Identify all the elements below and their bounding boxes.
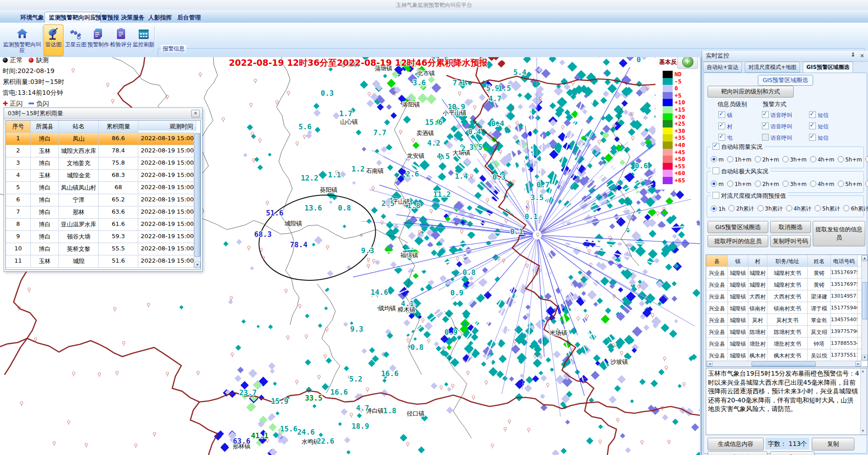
radio-option[interactable]: 5h累计 xyxy=(815,205,840,213)
scroll-up-icon[interactable]: ▲ xyxy=(862,369,864,374)
panel-tab-2[interactable]: 对流尺度模式+地图 xyxy=(745,62,800,73)
panel-tab-1[interactable]: 自动站+雷达 xyxy=(703,62,742,73)
scroll-hthumb[interactable] xyxy=(752,362,816,367)
table-row[interactable]: 1博白凤山86.62022-08-19 15:00 xyxy=(6,133,200,145)
contact-row[interactable]: 兴业县城隍镇莫村莫村支书覃金乾134575405 xyxy=(706,314,868,326)
radio-option[interactable]: 4h+m xyxy=(810,181,834,187)
toolbar-button-document[interactable]: 预警制作 xyxy=(86,24,111,56)
copy-numbers-button[interactable]: 复制呼叫号码 xyxy=(770,235,811,247)
gis-circle-button[interactable]: GIS预警区域圈选 xyxy=(708,221,768,233)
column-header[interactable]: 县 xyxy=(706,255,728,266)
contact-row[interactable]: 兴业县城隍镇塘肚村塘肚村支书钟塔137885534 xyxy=(706,338,868,349)
table-row[interactable]: 2玉林城隍大西水库78.42022-08-19 15:00 xyxy=(6,145,200,157)
group-checkbox[interactable] xyxy=(713,143,719,150)
warning-message-textarea[interactable]: 玉林市气象台19日5时15分发布暴雨橙色预警信号：4时以来兴业县城隍大西水库已出… xyxy=(706,368,867,435)
radio-option[interactable]: 4h+m xyxy=(810,156,834,163)
table-row[interactable]: 4玉林城隍金党68.32022-08-19 15:00 xyxy=(6,170,200,182)
level-checkbox-村[interactable]: 村 xyxy=(718,122,732,131)
message-vscrollbar[interactable]: ▲▼ xyxy=(860,368,867,435)
column-header[interactable]: 职务/地址 xyxy=(767,255,808,266)
voice-call-checkbox[interactable]: 语音呼叫 xyxy=(762,122,792,131)
contact-hscrollbar[interactable]: ◄► xyxy=(706,361,862,367)
radio-option[interactable]: 3h+m xyxy=(782,181,807,187)
level-checkbox-屯[interactable]: 屯 xyxy=(718,134,732,142)
column-header[interactable]: 所属县 xyxy=(31,121,59,132)
scroll-right-icon[interactable]: ► xyxy=(855,361,861,367)
rain-table-window[interactable]: 03时~15时累积雨量 ✕ 序号所属县站名累积雨量观测时间1博白凤山86.620… xyxy=(4,108,203,272)
pin-icon[interactable] xyxy=(849,52,857,59)
group-checkbox[interactable] xyxy=(713,167,719,174)
column-header[interactable]: 电话号码 xyxy=(831,255,858,266)
radio-option[interactable]: 1h+m xyxy=(727,181,752,187)
radio-option[interactable]: 4h累计 xyxy=(786,205,811,213)
column-header[interactable]: 序号 xyxy=(6,121,31,132)
scroll-up-icon[interactable]: ▲ xyxy=(862,255,868,261)
column-header[interactable]: 观测时间 xyxy=(138,121,196,131)
menu-tab-5[interactable]: 人影指挥 xyxy=(144,12,176,23)
sms-checkbox[interactable]: 短信 xyxy=(809,122,829,131)
map-zoom-button[interactable]: + xyxy=(677,57,698,69)
table-row[interactable]: 3博白文地姜充75.82022-08-19 15:00 xyxy=(6,157,200,170)
panel-tab-3[interactable]: GIS预警区域圈选 xyxy=(803,62,853,73)
radio-option[interactable]: m xyxy=(711,156,724,163)
radio-option[interactable]: 3h+m xyxy=(782,156,807,163)
level-mode-button[interactable]: 靶向叫应的级别和方式 xyxy=(708,86,794,98)
voice-preview-button[interactable]: 语音试听 xyxy=(708,451,767,455)
column-header[interactable]: 镇 xyxy=(728,255,748,266)
voice-call-checkbox[interactable]: 语音呼叫 xyxy=(762,111,792,119)
copy-button[interactable]: 复制 xyxy=(812,438,854,450)
radio-option[interactable]: 12h+m xyxy=(865,156,868,163)
column-header[interactable]: 累积雨量 xyxy=(99,121,138,132)
column-header[interactable]: 村 xyxy=(748,255,767,266)
rain-table-close-icon[interactable]: ✕ xyxy=(191,110,200,117)
contact-row[interactable]: 兴业县城隍镇大西村大西村支书梁泽建130149571 xyxy=(706,290,868,302)
call-button[interactable]: 呼叫 xyxy=(770,451,815,455)
scroll-left-icon[interactable]: ◄ xyxy=(707,361,713,367)
table-row[interactable]: 10博白英桥文黎55.52022-08-19 15:00 xyxy=(6,243,200,255)
table-row[interactable]: 7博白那林63.62022-08-19 15:00 xyxy=(6,206,200,219)
radio-option[interactable]: 2h累计 xyxy=(728,205,754,213)
contact-row[interactable]: 兴业县城隍镇城隍村城隍村支书黄铸135176975 xyxy=(706,279,868,290)
toolbar-button-calendar[interactable]: 监控刷新 xyxy=(131,24,156,56)
column-header[interactable]: 站名 xyxy=(59,121,99,132)
generate-message-button[interactable]: 生成信息内容 xyxy=(708,438,764,450)
sms-checkbox[interactable]: 短信 xyxy=(809,134,829,142)
panel-close-icon[interactable]: ✕ xyxy=(858,52,866,59)
radio-option[interactable]: m xyxy=(711,181,724,187)
menu-tab-6[interactable]: 后台管理 xyxy=(173,12,205,23)
toolbar-button-home[interactable]: 监测预警靶向叫应 xyxy=(2,24,43,56)
radio-option[interactable]: 3h累计 xyxy=(757,205,783,213)
sms-checkbox[interactable]: 短信 xyxy=(809,111,829,119)
radio-option[interactable]: 2h+m xyxy=(755,181,779,187)
radio-option[interactable]: 5h+m xyxy=(838,156,862,163)
cancel-circle-button[interactable]: 取消圈选 xyxy=(770,221,811,233)
contact-row[interactable]: 兴业县城隍镇镇南村镇南村支书谭于模151775946 xyxy=(706,302,868,314)
column-header[interactable]: 姓名 xyxy=(808,255,831,266)
scroll-down-icon[interactable]: ▼ xyxy=(194,262,200,268)
radio-option[interactable]: 5h+m xyxy=(838,181,862,187)
radar-map[interactable]: 沙塘镇蒲塘镇北市镇洛阳镇小平山镇山心镇卖酒镇龙安镇大塘镇石南镇葵阳镇平山镇城隍镇… xyxy=(0,57,702,455)
table-row[interactable]: 8博白亚山温罗水库61.62022-08-19 15:00 xyxy=(6,219,200,231)
scroll-down-icon[interactable]: ▼ xyxy=(862,429,864,434)
menu-tab-1[interactable]: 环境气象 xyxy=(16,12,48,23)
rain-table-scrollbar[interactable]: ▼ xyxy=(194,132,200,269)
scroll-thumb[interactable] xyxy=(862,282,868,319)
scroll-thumb[interactable] xyxy=(194,133,200,257)
group-checkbox[interactable] xyxy=(713,192,719,199)
voice-call-checkbox[interactable]: 语音呼叫 xyxy=(762,134,792,142)
contact-row[interactable]: 兴业县城隍镇城隍村城隍村支书黄铸135176975 xyxy=(706,267,868,279)
radio-option[interactable]: 2h+m xyxy=(755,156,779,163)
radio-option[interactable]: 1h+m xyxy=(727,156,752,163)
table-row[interactable]: 11玉林城隍51.62022-08-19 15:00 xyxy=(6,255,200,268)
scroll-down-icon[interactable]: ▼ xyxy=(862,355,868,361)
contact-table[interactable]: 县镇村职务/地址姓名电话号码兴业县城隍镇城隍村城隍村支书黄铸135176975兴… xyxy=(706,254,868,367)
contact-row[interactable]: 兴业县城隍镇枫木村枫木村支书吴以悦137375511 xyxy=(706,349,868,361)
radio-option[interactable]: 6h累计 xyxy=(843,205,868,213)
radio-option[interactable]: 1h xyxy=(711,205,725,212)
table-row[interactable]: 6博白宁潭65.22022-08-19 15:00 xyxy=(6,194,200,206)
toolbar-button-radar[interactable]: 雷达图 xyxy=(44,24,63,56)
toolbar-button-clipboard[interactable]: 检验评分 xyxy=(109,24,133,56)
radio-option[interactable]: 12h+m xyxy=(865,181,868,187)
extract-call-button[interactable]: 提取呼叫的信息员 xyxy=(708,235,768,247)
level-checkbox-镇[interactable]: 镇 xyxy=(718,111,732,119)
